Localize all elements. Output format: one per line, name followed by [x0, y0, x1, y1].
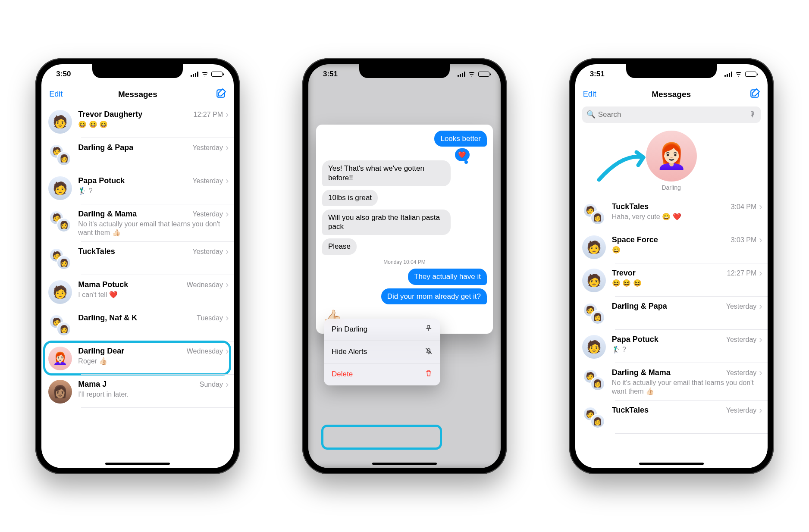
conversation-row[interactable]: 🧑Papa PotuckYesterday›🏌️‍♂️ ?	[41, 171, 234, 204]
conversation-row[interactable]: 🧑Space Force3:03 PM›😄	[575, 230, 768, 263]
conversation-name: TuckTales	[612, 202, 649, 211]
message-timestamp: Monday 10:04 PM	[322, 259, 487, 265]
conversation-row[interactable]: 🧑Papa PotuckYesterday›🏌️‍♂️ ?	[575, 330, 768, 363]
conversation-name: TuckTales	[612, 406, 649, 415]
chevron-right-icon: ›	[226, 313, 229, 323]
notch	[92, 64, 183, 78]
conversation-row[interactable]: 🧑👩Darling & PapaYesterday›	[575, 297, 768, 330]
conversation-time: Yesterday	[726, 369, 757, 377]
context-menu-pin[interactable]: Pin Darling	[324, 319, 440, 341]
wifi-icon	[735, 71, 743, 77]
conversation-time: Yesterday	[192, 177, 223, 185]
conversation-name: Mama Potuck	[78, 280, 128, 289]
conversation-row[interactable]: 🧑Mama PotuckWednesday›I can't tell ❤️	[41, 275, 234, 308]
annotation-arrow	[597, 150, 653, 186]
pinned-avatar[interactable]: 👩🏻‍🦰	[646, 131, 697, 182]
conversation-row[interactable]: 👩🏽Mama JSunday›I'll report in later.	[41, 375, 234, 408]
context-menu: Pin DarlingHide AlertsDelete	[324, 319, 440, 385]
conversation-name: Mama J	[78, 380, 107, 389]
phone-frame-3: 3:51 Edit Messages 🔍 🎙	[569, 58, 774, 474]
wifi-icon	[201, 71, 209, 77]
conversation-preview: No it's actually your email that learns …	[612, 379, 762, 397]
conversation-list[interactable]: 🧑Trevor Daugherty12:27 PM›😆 😆 😆🧑👩Darling…	[41, 105, 234, 408]
conversation-preview-card[interactable]: Looks better❤️Yes! That's what we've got…	[316, 125, 493, 334]
conversation-time: Wednesday	[187, 347, 223, 355]
chevron-right-icon: ›	[226, 210, 229, 219]
nav-bar: Edit Messages	[41, 84, 234, 105]
home-indicator[interactable]	[372, 463, 437, 465]
context-menu-bell-slash[interactable]: Hide Alerts	[324, 341, 440, 363]
conversation-name: Papa Potuck	[78, 176, 125, 185]
conversation-row[interactable]: 🧑👩Darling & MamaYesterday›No it's actual…	[575, 363, 768, 401]
conversation-name: Trevor	[612, 269, 636, 278]
conversation-preview: Roger 👍🏻	[78, 357, 229, 366]
conversation-time: Yesterday	[192, 144, 223, 152]
compose-button[interactable]	[738, 88, 760, 101]
conversation-name: Space Force	[612, 235, 658, 244]
message-incoming[interactable]: Will you also grab the Italian pasta pac…	[322, 210, 451, 235]
edit-button[interactable]: Edit	[583, 90, 605, 99]
chevron-right-icon: ›	[226, 143, 229, 153]
tapback-heart[interactable]: ❤️	[455, 148, 470, 161]
pin-icon	[425, 325, 433, 335]
message-incoming[interactable]: 10lbs is great	[322, 190, 378, 206]
conversation-row[interactable]: 🧑Trevor12:27 PM›😆 😆 😆	[575, 263, 768, 297]
chevron-right-icon: ›	[226, 380, 229, 389]
conversation-row[interactable]: 🧑👩Darling & MamaYesterday›No it's actual…	[41, 204, 234, 242]
conversation-name: Darling Dear	[78, 347, 124, 356]
message-incoming[interactable]: Yes! That's what we've gotten before!!	[322, 160, 451, 186]
message-outgoing[interactable]: They actually have it	[408, 269, 487, 285]
avatar: 🧑	[48, 280, 72, 304]
signal-icon	[191, 72, 198, 77]
conversation-preview: Haha, very cute 😄 ❤️	[612, 213, 762, 222]
conversation-list[interactable]: 🧑👩TuckTales3:04 PM›Haha, very cute 😄 ❤️🧑…	[575, 197, 768, 434]
dictation-icon[interactable]: 🎙	[749, 110, 756, 119]
home-indicator[interactable]	[639, 463, 704, 465]
chevron-right-icon: ›	[226, 280, 229, 290]
avatar: 🧑👩	[582, 368, 606, 392]
conversation-preview: 😆 😆 😆	[612, 279, 762, 288]
chevron-right-icon: ›	[759, 302, 762, 311]
conversation-name: Darling & Papa	[78, 143, 133, 152]
chevron-right-icon: ›	[226, 110, 229, 119]
avatar: 🧑👩	[582, 406, 606, 429]
compose-button[interactable]	[204, 88, 226, 101]
page-title: Messages	[71, 90, 204, 99]
avatar: 🧑👩	[48, 247, 72, 271]
signal-icon	[458, 72, 465, 77]
conversation-row[interactable]: 🧑👩TuckTales3:04 PM›Haha, very cute 😄 ❤️	[575, 197, 768, 230]
message-outgoing[interactable]: Looks better	[434, 131, 487, 147]
conversation-name: TuckTales	[78, 247, 115, 256]
chevron-right-icon: ›	[759, 235, 762, 245]
conversation-name: Darling & Mama	[612, 368, 671, 377]
battery-low-icon	[745, 72, 756, 77]
message-outgoing[interactable]: Did your mom already get it?	[381, 288, 487, 305]
phone-frame-2: 3:51 Looks better❤️Yes! That's what we'v…	[302, 58, 507, 474]
context-menu-trash[interactable]: Delete	[324, 363, 440, 385]
edit-button[interactable]: Edit	[49, 90, 71, 99]
conversation-row[interactable]: 🧑👩TuckTalesYesterday›	[41, 242, 234, 275]
conversation-row[interactable]: 👩🏻‍🦰Darling DearWednesday›Roger 👍🏻	[41, 341, 234, 375]
phone-frame-1: 3:50 Edit Messages 🧑Trevor Daugherty12:2…	[35, 58, 240, 474]
conversation-name: Papa Potuck	[612, 335, 658, 344]
context-menu-label: Delete	[332, 370, 353, 379]
conversation-row[interactable]: 🧑👩Darling, Naf & KTuesday›	[41, 308, 234, 341]
conversation-row[interactable]: 🧑Trevor Daugherty12:27 PM›😆 😆 😆	[41, 105, 234, 138]
conversation-time: Yesterday	[726, 336, 757, 344]
conversation-time: 12:27 PM	[727, 269, 756, 277]
home-indicator[interactable]	[105, 463, 170, 465]
avatar: 🧑	[582, 235, 606, 259]
conversation-time: Yesterday	[192, 248, 223, 256]
conversation-row[interactable]: 🧑👩Darling & PapaYesterday›	[41, 138, 234, 171]
chevron-right-icon: ›	[226, 247, 229, 257]
conversation-time: 12:27 PM	[194, 111, 223, 119]
conversation-row[interactable]: 🧑👩TuckTalesYesterday›	[575, 401, 768, 434]
conversation-preview: No it's actually your email that learns …	[78, 220, 229, 238]
conversation-time: Tuesday	[197, 314, 223, 322]
pinned-conversations: 👩🏻‍🦰 Darling	[575, 127, 768, 197]
search-field[interactable]: 🔍 🎙	[582, 106, 761, 123]
message-incoming[interactable]: Please	[322, 238, 357, 255]
avatar: 🧑	[48, 176, 72, 200]
search-input[interactable]	[598, 110, 746, 119]
notch	[359, 64, 450, 78]
